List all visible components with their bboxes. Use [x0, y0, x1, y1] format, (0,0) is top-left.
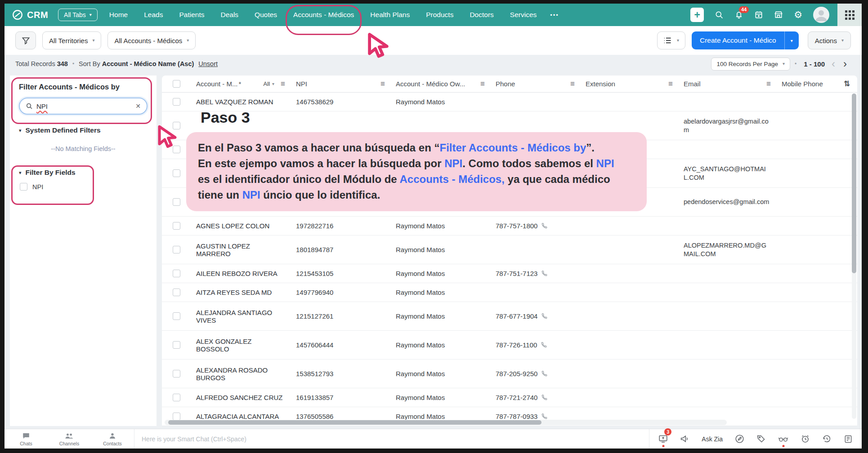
row-checkbox[interactable] — [173, 312, 180, 320]
reminders-button[interactable] — [801, 434, 810, 444]
email-cell[interactable]: AYC_SANTIAGO@HOTMAIL.COM — [678, 165, 776, 182]
row-checkbox[interactable] — [173, 122, 180, 129]
user-avatar[interactable] — [813, 7, 829, 23]
table-row[interactable]: ABEL VAZQUEZ ROMAN1467538629Raymond Mato… — [162, 93, 857, 111]
screen-share-button[interactable]: 3 — [658, 434, 668, 444]
table-row[interactable]: AILEEN REBOZO RIVERA1215453105Raymond Ma… — [162, 264, 857, 283]
phone-cell[interactable]: 787-751-7123 — [490, 270, 580, 277]
row-checkbox[interactable] — [173, 270, 180, 277]
account-name-cell[interactable]: ALEX GONZALEZ BOSSOLO — [191, 338, 291, 353]
actions-dropdown[interactable]: Actions ▾ — [808, 31, 851, 49]
vertical-scrollbar-thumb[interactable] — [852, 93, 856, 273]
phone-cell[interactable]: 787-721-2740 — [490, 394, 580, 401]
all-tabs-dropdown[interactable]: All Tabs ▾ — [58, 9, 98, 21]
chats-button[interactable]: Chats — [4, 430, 48, 448]
table-row[interactable]: AITZA REYES SEDA MD1497796940Raymond Mat… — [162, 283, 857, 302]
tab-accounts-médicos[interactable]: Accounts - Médicos — [293, 4, 354, 26]
account-name-cell[interactable]: AITZA REYES SEDA MD — [191, 289, 291, 296]
row-checkbox[interactable] — [173, 169, 180, 177]
contacts-button[interactable]: Contacts — [91, 430, 134, 448]
account-name-cell[interactable]: AILEEN REBOZO RIVERA — [191, 270, 291, 277]
phone-cell[interactable]: 787-726-1100 — [490, 341, 580, 349]
row-checkbox[interactable] — [173, 222, 180, 230]
create-account-button[interactable]: Create Account - Médico ▾ — [692, 31, 799, 49]
row-checkbox[interactable] — [173, 289, 180, 296]
row-checkbox[interactable] — [173, 198, 180, 206]
horizontal-scrollbar-thumb[interactable] — [168, 420, 541, 425]
channels-button[interactable]: Channels — [48, 430, 91, 448]
filter-by-fields-toggle[interactable]: ▾ Filter By Fields — [19, 169, 148, 177]
table-row[interactable]: ALEX GONZALEZ BOSSOLO1457606444Raymond M… — [162, 331, 857, 360]
vertical-scrollbar[interactable] — [852, 93, 856, 419]
table-row[interactable]: ALEJANDRA SANTIAGO VIVES1215127261Raymon… — [162, 302, 857, 331]
account-name-cell[interactable]: ALFREDO SANCHEZ CRUZ — [191, 394, 291, 401]
row-checkbox[interactable] — [173, 370, 180, 378]
filter-button[interactable] — [15, 31, 36, 49]
notifications-bell-icon[interactable]: 44 — [734, 10, 743, 19]
row-checkbox[interactable] — [173, 341, 180, 349]
column-header-npi[interactable]: NPI — [296, 80, 307, 88]
unsort-link[interactable]: Unsort — [198, 60, 218, 67]
row-checkbox[interactable] — [173, 246, 180, 253]
announcement-button[interactable] — [680, 434, 689, 444]
clear-search-icon[interactable]: ✕ — [135, 102, 141, 110]
ask-zia-button[interactable]: Ask Zia — [702, 435, 723, 443]
phone-cell[interactable]: 787-205-9250 — [490, 370, 580, 378]
account-name-cell[interactable]: ALTAGRACIA ALCANTARA — [191, 413, 291, 420]
search-icon[interactable] — [715, 10, 724, 19]
row-checkbox[interactable] — [173, 98, 180, 106]
view-type-dropdown[interactable]: ▾ — [657, 31, 685, 49]
table-row[interactable]: AGUSTIN LOPEZ MARRERO1801894787Raymond M… — [162, 235, 857, 264]
next-page-chevron[interactable]: › — [839, 58, 851, 69]
tab-deals[interactable]: Deals — [220, 4, 238, 26]
table-row[interactable]: pedendoservices@gmail.com — [162, 188, 857, 217]
previous-page-chevron[interactable]: ‹ — [828, 58, 839, 69]
phone-cell[interactable]: 787-677-1904 — [490, 312, 580, 320]
account-all-dropdown[interactable]: All▾ — [264, 80, 274, 87]
column-menu-icon[interactable]: ≡ — [380, 80, 385, 89]
tab-doctors[interactable]: Doctors — [470, 4, 493, 26]
select-all-checkbox[interactable] — [173, 80, 180, 88]
recent-items-button[interactable] — [822, 434, 832, 444]
table-row[interactable] — [162, 140, 857, 159]
horizontal-scrollbar[interactable] — [165, 420, 727, 425]
column-header-owner[interactable]: Account - Médico Ow... — [396, 80, 465, 88]
row-checkbox[interactable] — [173, 413, 180, 420]
account-name-cell[interactable]: ALEJANDRA SANTIAGO VIVES — [191, 309, 291, 324]
account-name-cell[interactable]: ABEL VAZQUEZ ROMAN — [191, 98, 291, 106]
calendar-icon[interactable] — [754, 10, 763, 19]
filter-search-input[interactable]: NPI ✕ — [19, 98, 148, 115]
tab-leads[interactable]: Leads — [144, 4, 163, 26]
tab-quotes[interactable]: Quotes — [255, 4, 277, 26]
territories-dropdown[interactable]: All Territories ▾ — [42, 31, 101, 49]
column-header-phone[interactable]: Phone — [496, 80, 515, 88]
tag-button[interactable] — [756, 434, 766, 444]
records-per-page-dropdown[interactable]: 100 Records Per Page ▾ — [711, 58, 790, 71]
column-menu-icon[interactable]: ≡ — [281, 80, 285, 89]
telephony-button[interactable] — [844, 435, 853, 444]
email-cell[interactable]: ALOPEZMARRERO.MD@GMAIL.COM — [678, 241, 776, 258]
column-settings-icon[interactable]: ⇅ — [844, 79, 850, 89]
quick-create-button[interactable]: + — [690, 8, 704, 22]
apps-grid-button[interactable] — [837, 4, 862, 26]
email-cell[interactable]: pedendoservices@gmail.com — [678, 198, 776, 206]
row-checkbox[interactable] — [173, 146, 180, 153]
email-cell[interactable]: abelardovargasjrsr@gmail.com — [678, 117, 776, 134]
compose-button[interactable] — [735, 434, 744, 444]
tab-products[interactable]: Products — [426, 4, 453, 26]
table-row[interactable]: AGNES LOPEZ COLON1972822716Raymond Matos… — [162, 217, 857, 235]
tab-services[interactable]: Services — [510, 4, 537, 26]
settings-gear-icon[interactable]: ⚙ — [794, 9, 802, 20]
column-header-account-name[interactable]: Account - M... — [196, 80, 238, 88]
column-menu-icon[interactable]: ≡ — [766, 80, 771, 89]
table-row[interactable]: ALFREDO SANCHEZ CRUZ1619133857Raymond Ma… — [162, 388, 857, 407]
npi-field-checkbox[interactable] — [20, 183, 27, 191]
create-options-caret[interactable]: ▾ — [785, 38, 799, 43]
column-menu-icon[interactable]: ≡ — [570, 80, 575, 89]
account-name-cell[interactable]: AGNES LOPEZ COLON — [191, 222, 291, 230]
marketplace-icon[interactable] — [774, 10, 783, 19]
phone-cell[interactable]: 787-757-1800 — [490, 222, 580, 230]
tab-home[interactable]: Home — [109, 4, 128, 26]
table-row[interactable]: abelardovargasjrsr@gmail.com — [162, 111, 857, 140]
tab-health-plans[interactable]: Health Plans — [370, 4, 410, 26]
